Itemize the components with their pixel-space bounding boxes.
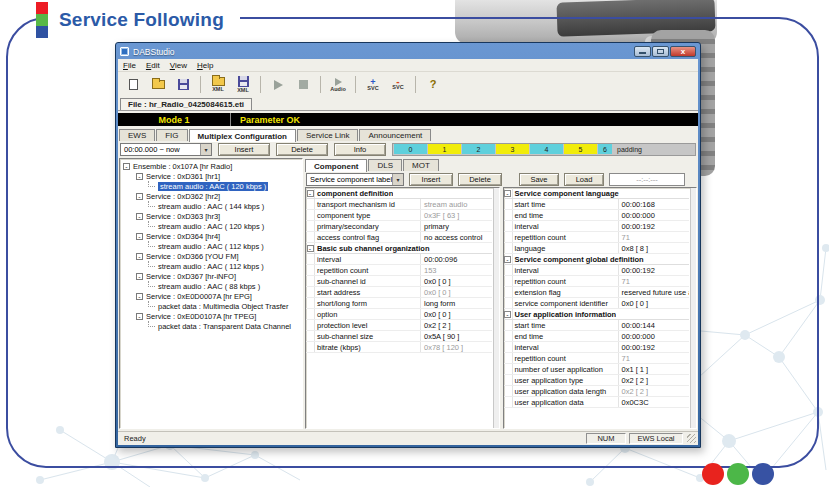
collapse-icon[interactable]: - [123, 163, 130, 170]
property-row[interactable]: interval00:00:096 [306, 254, 492, 265]
tree-node-component[interactable]: stream audio : AAC ( 120 kbps ) [120, 221, 302, 231]
eti-frame-segment[interactable]: 1 [428, 144, 461, 154]
vertical-scrollbar[interactable] [493, 188, 499, 428]
save-button[interactable]: Save [519, 173, 559, 186]
eti-frame-segment[interactable]: 0 [394, 144, 427, 154]
open-xml-button[interactable]: XML [207, 74, 229, 95]
property-section-row[interactable]: -User application information [504, 309, 690, 320]
load-button[interactable]: Load [564, 173, 604, 186]
property-row[interactable]: extension flagreserved future use absent [504, 287, 690, 298]
open-file-button[interactable] [147, 74, 169, 95]
minimize-button[interactable] [634, 46, 651, 57]
property-section-row[interactable]: -Service component language [504, 188, 690, 199]
property-section-row[interactable]: -component definition [306, 188, 492, 199]
property-row[interactable]: user application data0x0C3C [504, 397, 690, 408]
property-row[interactable]: language0x8 [ 8 ] [504, 243, 690, 254]
tree-node-component[interactable]: packet data : Transparent Data Channel [120, 321, 302, 331]
collapse-icon[interactable]: - [307, 190, 314, 197]
property-row[interactable]: service component identifier0x0 [ 0 ] [504, 298, 690, 309]
property-row[interactable]: start time00:00:144 [504, 320, 690, 331]
audio-play-button[interactable]: Audio [327, 74, 349, 95]
time-placeholder-field[interactable]: --:--:--- [609, 173, 685, 186]
tab-component[interactable]: Component [305, 159, 367, 172]
menu-item-edit[interactable]: Edit [146, 61, 160, 70]
collapse-icon[interactable]: - [136, 193, 143, 200]
tab-mot[interactable]: MOT [403, 159, 439, 171]
property-row[interactable]: interval00:00:192 [504, 265, 690, 276]
tree-node-ensemble[interactable]: -Ensemble : 0x107A [hr Radio] [120, 161, 302, 171]
component-label-dropdown[interactable]: Service component label ▾ [306, 173, 404, 186]
help-button[interactable]: ? [422, 74, 444, 95]
collapse-icon[interactable]: - [136, 253, 143, 260]
property-row[interactable]: component type0x3F [ 63 ] [306, 210, 492, 221]
remove-service-button[interactable]: - SVC [387, 74, 409, 95]
info-button[interactable]: Info [334, 143, 386, 156]
property-row[interactable]: option0x0 [ 0 ] [306, 309, 492, 320]
tab-ews[interactable]: EWS [119, 129, 155, 141]
component-insert-button[interactable]: Insert [409, 173, 453, 186]
collapse-icon[interactable]: - [136, 293, 143, 300]
save-file-button[interactable] [172, 74, 194, 95]
menu-item-file[interactable]: File [123, 61, 136, 70]
tree-node-component[interactable]: stream audio : AAC ( 88 kbps ) [120, 281, 302, 291]
collapse-icon[interactable]: - [136, 213, 143, 220]
close-button[interactable]: x [670, 46, 696, 57]
tree-node-component[interactable]: packet data : Multimedia Object Trasfer [120, 301, 302, 311]
property-row[interactable]: protection level0x2 [ 2 ] [306, 320, 492, 331]
tree-node-service[interactable]: -Service : 0xD366 [YOU FM] [120, 251, 302, 261]
tree-node-component[interactable]: stream audio : AAC ( 120 kbps ) [120, 181, 302, 191]
new-file-button[interactable] [122, 74, 144, 95]
tab-dls[interactable]: DLS [368, 159, 402, 171]
insert-button[interactable]: Insert [218, 143, 270, 156]
property-row[interactable]: interval00:00:192 [504, 342, 690, 353]
eti-frame-segment[interactable]: 6 [598, 144, 612, 154]
property-row[interactable]: start time00:00:168 [504, 199, 690, 210]
tree-node-component[interactable]: stream audio : AAC ( 112 kbps ) [120, 241, 302, 251]
maximize-button[interactable] [652, 46, 669, 57]
add-service-button[interactable]: + SVC [362, 74, 384, 95]
tree-node-service[interactable]: -Service : 0xE0D0107A [hr TPEG] [120, 311, 302, 321]
property-row[interactable]: user application data length0x2 [ 2 ] [504, 386, 690, 397]
menu-item-help[interactable]: Help [197, 61, 213, 70]
property-row[interactable]: number of user application0x1 [ 1 ] [504, 364, 690, 375]
tab-service-link[interactable]: Service Link [297, 129, 359, 141]
tree-node-service[interactable]: -Service : 0xD363 [hr3] [120, 211, 302, 221]
tree-node-service[interactable]: -Service : 0xD362 [hr2] [120, 191, 302, 201]
property-section-row[interactable]: -Basic sub channel organization [306, 243, 492, 254]
property-row[interactable]: sub-channel size0x5A [ 90 ] [306, 331, 492, 342]
property-row[interactable]: sub-channel id0x0 [ 0 ] [306, 276, 492, 287]
property-row[interactable]: interval00:00:192 [504, 221, 690, 232]
tree-node-component[interactable]: stream audio : AAC ( 112 kbps ) [120, 261, 302, 271]
property-row[interactable]: end time00:00:000 [504, 210, 690, 221]
tree-node-service[interactable]: -Service : 0xD361 [hr1] [120, 171, 302, 181]
collapse-icon[interactable]: - [136, 273, 143, 280]
eti-frame-segment[interactable]: 3 [496, 144, 529, 154]
file-tab[interactable]: File : hr_Radio_0425084615.eti [120, 98, 252, 110]
resize-grip[interactable] [687, 434, 696, 443]
play-button[interactable] [267, 74, 289, 95]
property-row[interactable]: access control flagno access control [306, 232, 492, 243]
tree-node-service[interactable]: -Service : 0xD367 [hr-iNFO] [120, 271, 302, 281]
tab-multiplex-configuration[interactable]: Multiplex Configuration [189, 129, 296, 142]
property-row[interactable]: repetition count71 [504, 353, 690, 364]
tree-node-service[interactable]: -Service : 0xD364 [hr4] [120, 231, 302, 241]
tree-node-component[interactable]: stream audio : AAC ( 144 kbps ) [120, 201, 302, 211]
collapse-icon[interactable]: - [307, 245, 314, 252]
property-row[interactable]: short/long formlong form [306, 298, 492, 309]
menu-item-view[interactable]: View [170, 61, 187, 70]
collapse-icon[interactable]: - [136, 233, 143, 240]
component-delete-button[interactable]: Delete [458, 173, 502, 186]
property-row[interactable]: repetition count153 [306, 265, 492, 276]
collapse-icon[interactable]: - [504, 190, 511, 197]
property-row[interactable]: start address0x0 [ 0 ] [306, 287, 492, 298]
property-row[interactable]: end time00:00:000 [504, 331, 690, 342]
property-row[interactable]: repetition count71 [504, 276, 690, 287]
save-xml-button[interactable]: XML [232, 74, 254, 95]
stop-button[interactable] [292, 74, 314, 95]
eti-frame-segment[interactable]: 2 [462, 144, 495, 154]
collapse-icon[interactable]: - [136, 173, 143, 180]
eti-frame-segment[interactable]: 4 [530, 144, 563, 154]
property-row[interactable]: primary/secondaryprimary [306, 221, 492, 232]
time-range-dropdown[interactable]: 00:00.000 ~ now ▾ [120, 143, 212, 156]
vertical-scrollbar[interactable] [690, 188, 696, 428]
